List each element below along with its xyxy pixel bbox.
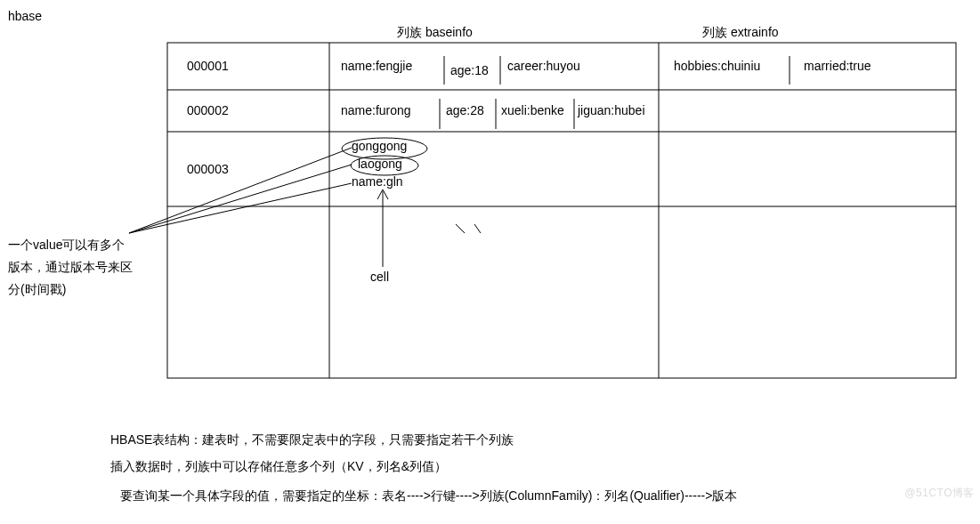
r2-base-name: name:furong bbox=[341, 103, 411, 117]
svg-rect-0 bbox=[167, 43, 956, 378]
r2-base-jiguan: jiguan:hubei bbox=[578, 103, 645, 117]
side-note: 一个value可以有多个 版本，通过版本号来区 分(时间戳) bbox=[8, 234, 133, 302]
note-3: 要查询某一个具体字段的值，需要指定的坐标：表名---->行键---->列族(Co… bbox=[120, 488, 737, 504]
r3-version-1: gonggong bbox=[352, 139, 407, 153]
svg-line-19 bbox=[474, 224, 481, 233]
note-2: 插入数据时，列族中可以存储任意多个列（KV，列名&列值） bbox=[110, 459, 447, 475]
cell-label: cell bbox=[370, 270, 389, 284]
r2-base-age: age:28 bbox=[446, 103, 484, 117]
r1-base-name: name:fengjie bbox=[341, 59, 412, 73]
r3-version-3: name:gln bbox=[352, 174, 403, 189]
note-1: HBASE表结构：建表时，不需要限定表中的字段，只需要指定若干个列族 bbox=[110, 432, 514, 448]
r2-base-xueli: xueli:benke bbox=[501, 103, 564, 117]
r1-extra-married: married:true bbox=[804, 59, 871, 73]
r1-extra-hobbies: hobbies:chuiniu bbox=[674, 59, 760, 73]
svg-line-18 bbox=[456, 224, 465, 233]
diagram-root: hbase 列族 baseinfo 列族 extrainfo bbox=[0, 0, 980, 524]
rowkey-1: 000001 bbox=[187, 59, 229, 73]
r1-base-age: age:18 bbox=[450, 63, 489, 77]
rowkey-3: 000003 bbox=[187, 162, 229, 176]
r3-version-2: laogong bbox=[358, 157, 402, 171]
svg-line-15 bbox=[129, 165, 352, 233]
rowkey-2: 000002 bbox=[187, 103, 229, 117]
r1-base-career: career:huyou bbox=[507, 59, 580, 73]
